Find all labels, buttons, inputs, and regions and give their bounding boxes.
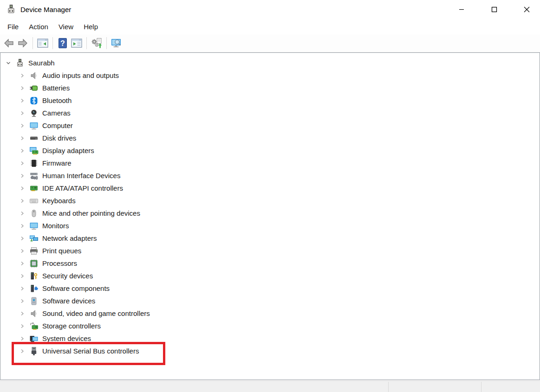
menu-action[interactable]: Action (24, 20, 53, 33)
show-hide-console-tree-button[interactable] (36, 36, 50, 50)
chevron-right-icon[interactable] (17, 258, 27, 269)
speaker-icon (29, 309, 39, 318)
tree-item-cameras[interactable]: Cameras (0, 107, 540, 119)
chevron-right-icon[interactable] (17, 183, 27, 193)
close-icon (523, 6, 530, 13)
bluetooth-icon (29, 96, 39, 105)
tree-item-network-adapters[interactable]: Network adapters (0, 232, 540, 244)
window-title: Device Manager (20, 6, 71, 13)
tree-item-disk-drives[interactable]: Disk drives (0, 132, 540, 144)
chevron-right-icon[interactable] (17, 321, 27, 331)
chevron-right-icon[interactable] (17, 271, 27, 281)
scan-for-hardware-changes-icon (91, 37, 103, 49)
ide-controller-icon (29, 184, 39, 193)
tree-item-audio-inputs-outputs[interactable]: Audio inputs and outputs (0, 69, 540, 82)
chevron-right-icon[interactable] (17, 121, 27, 131)
tree-item-sound-video-game-controllers[interactable]: Sound, video and game controllers (0, 307, 540, 320)
camera-icon (29, 109, 39, 118)
tree-item-label: IDE ATA/ATAPI controllers (42, 184, 123, 192)
tree-root-computer[interactable]: Saurabh (0, 57, 540, 69)
tree-item-label: System devices (42, 334, 91, 342)
help-button[interactable]: ? (56, 36, 70, 50)
tree-item-print-queues[interactable]: Print queues (0, 244, 540, 257)
printer-icon (29, 246, 39, 256)
device-manager-icon (6, 4, 16, 14)
tree-item-firmware[interactable]: Firmware (0, 157, 540, 169)
device-search-button[interactable] (110, 36, 124, 50)
help-icon: ? (57, 37, 69, 49)
menu-view[interactable]: View (53, 20, 78, 33)
tree-item-computer[interactable]: Computer (0, 119, 540, 132)
properties-icon (71, 37, 83, 49)
tree-item-human-interface-devices[interactable]: Human Interface Devices (0, 169, 540, 182)
tree-item-system-devices[interactable]: System devices (0, 332, 540, 345)
toolbar-separator (52, 37, 53, 49)
tree-item-label: Firmware (42, 159, 72, 167)
maximize-button[interactable] (483, 0, 505, 19)
chevron-right-icon[interactable] (17, 108, 27, 118)
chevron-right-icon[interactable] (17, 233, 27, 244)
battery-icon (29, 84, 39, 93)
svg-text:?: ? (60, 39, 65, 47)
statusbar-separator (481, 382, 481, 392)
menu-bar: File Action View Help (0, 19, 540, 34)
chevron-right-icon[interactable] (17, 221, 27, 231)
tree-item-universal-serial-bus-controllers[interactable]: Universal Serial Bus controllers (0, 345, 540, 357)
chevron-right-icon[interactable] (17, 208, 27, 218)
toolbar-separator (86, 37, 87, 49)
software-component-icon (29, 284, 39, 293)
minimize-icon (459, 6, 464, 12)
tree-item-security-devices[interactable]: Security devices (0, 270, 540, 282)
chevron-right-icon[interactable] (17, 246, 27, 256)
close-button[interactable] (516, 0, 537, 19)
chevron-right-icon[interactable] (17, 283, 27, 294)
chevron-right-icon[interactable] (17, 146, 27, 156)
tree-item-label: Software components (42, 284, 110, 292)
show-hide-console-tree-icon (37, 37, 49, 49)
menu-help[interactable]: Help (78, 20, 103, 33)
tree-item-label: Software devices (42, 297, 95, 305)
back-button[interactable] (2, 36, 16, 50)
tree-item-label: Storage controllers (42, 322, 101, 330)
processor-icon (29, 259, 39, 268)
tree-item-batteries[interactable]: Batteries (0, 82, 540, 94)
status-bar (0, 380, 540, 392)
tree-item-display-adapters[interactable]: Display adapters (0, 144, 540, 157)
tree-item-software-devices[interactable]: Software devices (0, 295, 540, 307)
tree-item-mice-and-pointing-devices[interactable]: Mice and other pointing devices (0, 207, 540, 219)
chevron-right-icon[interactable] (17, 334, 27, 344)
disk-drive-icon (29, 134, 39, 143)
minimize-button[interactable] (451, 0, 472, 19)
chevron-right-icon[interactable] (17, 346, 27, 356)
tree-item-ide-ata-atapi-controllers[interactable]: IDE ATA/ATAPI controllers (0, 182, 540, 194)
computer-device-icon (15, 58, 25, 68)
security-key-icon (29, 271, 39, 281)
scan-for-hardware-changes-button[interactable] (90, 36, 104, 50)
mouse-icon (29, 209, 39, 218)
properties-button[interactable] (70, 36, 84, 50)
tree-item-storage-controllers[interactable]: Storage controllers (0, 320, 540, 332)
tree-item-keyboards[interactable]: Keyboards (0, 194, 540, 207)
toolbar: ? (0, 34, 540, 52)
tree-item-software-components[interactable]: Software components (0, 282, 540, 295)
tree-item-processors[interactable]: Processors (0, 257, 540, 270)
chevron-right-icon[interactable] (17, 171, 27, 181)
tree-item-bluetooth[interactable]: Bluetooth (0, 94, 540, 107)
tree-item-label: Cameras (42, 109, 71, 117)
tree-item-label: Universal Serial Bus controllers (42, 347, 139, 355)
chevron-right-icon[interactable] (17, 196, 27, 206)
tree-item-label: Audio inputs and outputs (42, 71, 119, 79)
forward-button[interactable] (16, 36, 30, 50)
device-manager-window: Device Manager File Action View Help (0, 0, 540, 392)
chevron-down-icon[interactable] (3, 58, 13, 68)
chevron-right-icon[interactable] (17, 71, 27, 81)
tree-item-monitors[interactable]: Monitors (0, 219, 540, 232)
chevron-right-icon[interactable] (17, 83, 27, 93)
chevron-right-icon[interactable] (17, 96, 27, 106)
chevron-right-icon[interactable] (17, 133, 27, 143)
chevron-right-icon[interactable] (17, 158, 27, 168)
chevron-right-icon[interactable] (17, 308, 27, 319)
chevron-right-icon[interactable] (17, 296, 27, 306)
menu-file[interactable]: File (2, 20, 24, 33)
firmware-chip-icon (29, 159, 39, 168)
